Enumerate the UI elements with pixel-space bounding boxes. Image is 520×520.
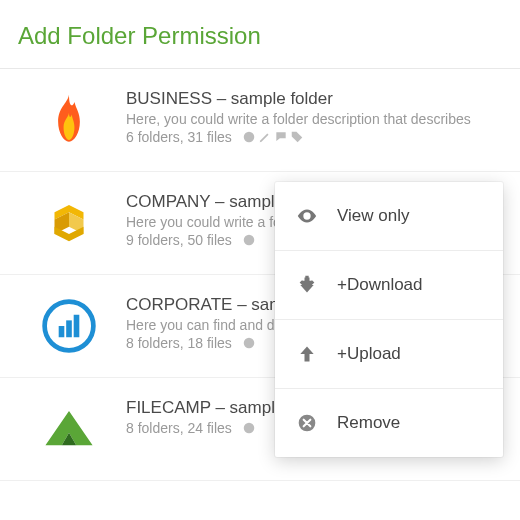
folder-stats: 6 folders, 31 files bbox=[126, 129, 502, 145]
svg-marker-18 bbox=[300, 347, 313, 355]
svg-point-0 bbox=[244, 132, 255, 143]
svg-marker-16 bbox=[300, 285, 313, 293]
folder-info: BUSINESS – sample folder Here, you could… bbox=[102, 87, 502, 145]
page-header: Add Folder Permission bbox=[0, 0, 520, 69]
palette-icon bbox=[242, 130, 256, 144]
menu-item-download[interactable]: +Download bbox=[275, 251, 503, 320]
svg-point-13 bbox=[244, 423, 255, 434]
tag-icon bbox=[290, 130, 304, 144]
svg-rect-15 bbox=[305, 278, 310, 286]
svg-rect-7 bbox=[59, 326, 65, 337]
svg-rect-8 bbox=[66, 320, 72, 337]
menu-item-remove[interactable]: Remove bbox=[275, 389, 503, 457]
menu-item-view-only[interactable]: View only bbox=[275, 182, 503, 251]
palette-icon bbox=[242, 233, 256, 247]
menu-label: Remove bbox=[337, 413, 400, 433]
svg-marker-4 bbox=[55, 227, 84, 242]
download-arrow-icon bbox=[295, 273, 319, 297]
chart-circle-icon bbox=[36, 293, 102, 359]
pencil-icon bbox=[258, 130, 272, 144]
upload-arrow-icon bbox=[295, 342, 319, 366]
folder-title: BUSINESS – sample folder bbox=[126, 89, 502, 109]
svg-rect-17 bbox=[305, 353, 310, 361]
cube-c-icon bbox=[36, 190, 102, 256]
palette-icon bbox=[242, 421, 256, 435]
svg-point-10 bbox=[244, 338, 255, 349]
page-title: Add Folder Permission bbox=[18, 22, 502, 50]
remove-circle-icon bbox=[295, 411, 319, 435]
menu-item-upload[interactable]: +Upload bbox=[275, 320, 503, 389]
svg-point-5 bbox=[244, 235, 255, 246]
svg-point-14 bbox=[305, 214, 309, 218]
menu-label: View only bbox=[337, 206, 409, 226]
palette-icon bbox=[242, 336, 256, 350]
permission-menu: View only +Download +Upload Remove bbox=[275, 182, 503, 457]
menu-label: +Upload bbox=[337, 344, 401, 364]
folder-row[interactable]: BUSINESS – sample folder Here, you could… bbox=[0, 69, 520, 172]
svg-rect-9 bbox=[74, 315, 80, 338]
meta-icons bbox=[242, 421, 256, 435]
comment-icon bbox=[274, 130, 288, 144]
meta-icons bbox=[242, 233, 256, 247]
tent-icon bbox=[36, 396, 102, 462]
folder-description: Here, you could write a folder descripti… bbox=[126, 111, 502, 127]
eye-icon bbox=[295, 204, 319, 228]
flame-icon bbox=[36, 87, 102, 153]
meta-icons bbox=[242, 336, 256, 350]
menu-label: +Download bbox=[337, 275, 423, 295]
meta-icons bbox=[242, 130, 304, 144]
